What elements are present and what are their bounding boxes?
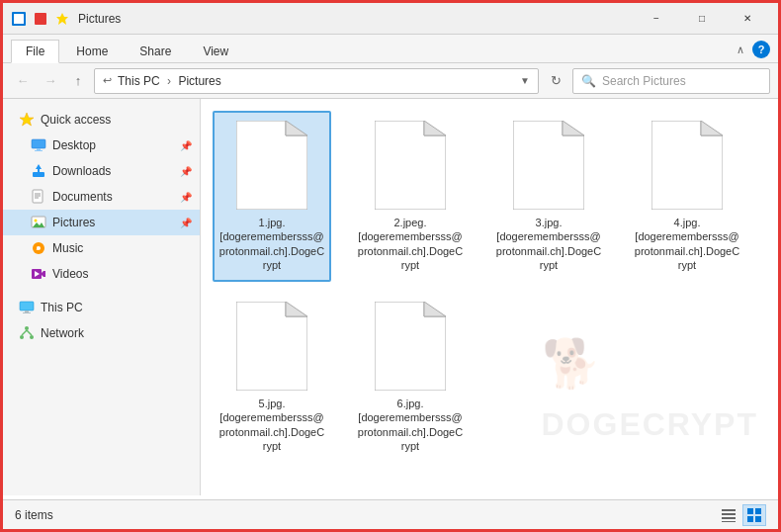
sidebar-item-pictures[interactable]: Pictures 📌 xyxy=(3,210,200,235)
breadcrumb-sep: › xyxy=(167,74,171,88)
sidebar-item-downloads[interactable]: Downloads 📌 xyxy=(3,158,200,184)
svg-rect-43 xyxy=(722,509,736,511)
breadcrumb-this-pc[interactable]: This PC xyxy=(118,74,160,88)
file-item[interactable]: 6.jpg.[dogeremembersss@protonmail.ch].Do… xyxy=(351,292,470,463)
file-item[interactable]: 1.jpg.[dogeremembersss@protonmail.ch].Do… xyxy=(213,111,331,282)
svg-line-29 xyxy=(22,330,27,335)
svg-point-28 xyxy=(30,335,34,339)
file-item[interactable]: 4.jpg.[dogeremembersss@protonmail.ch].Do… xyxy=(628,111,746,282)
svg-marker-4 xyxy=(20,113,34,126)
grid-view-button[interactable] xyxy=(742,504,766,526)
svg-rect-44 xyxy=(722,513,736,515)
file-item[interactable]: 5.jpg.[dogeremembersss@protonmail.ch].Do… xyxy=(213,292,331,463)
file-name: 3.jpg.[dogeremembersss@protonmail.ch].Do… xyxy=(495,216,602,272)
svg-marker-38 xyxy=(701,121,723,135)
close-button[interactable]: ✕ xyxy=(725,3,770,35)
file-item[interactable]: 2.jpeg.[dogeremembersss@protonmail.ch].D… xyxy=(351,111,470,282)
sidebar-item-videos[interactable]: Videos xyxy=(3,261,200,287)
sidebar-item-this-pc[interactable]: This PC xyxy=(3,295,200,320)
main-layout: Quick access Desktop 📌 Downloads xyxy=(3,99,778,495)
file-icon xyxy=(375,121,446,210)
window-controls: − □ ✕ xyxy=(634,3,770,35)
breadcrumb-text: This PC › Pictures xyxy=(118,74,221,88)
svg-rect-5 xyxy=(32,139,45,148)
file-area: 🐕DOGECRYPT 1.jpg.[dogeremembersss@proton… xyxy=(201,99,778,495)
sidebar-item-network[interactable]: Network xyxy=(3,320,200,346)
up-button[interactable]: ↑ xyxy=(66,69,90,93)
svg-rect-48 xyxy=(755,508,761,514)
downloads-icon xyxy=(31,163,46,179)
file-name: 6.jpg.[dogeremembersss@protonmail.ch].Do… xyxy=(357,397,464,453)
pictures-icon xyxy=(31,215,46,230)
breadcrumb-pictures[interactable]: Pictures xyxy=(178,74,220,88)
file-name: 4.jpg.[dogeremembersss@protonmail.ch].Do… xyxy=(634,216,740,272)
network-icon xyxy=(19,325,35,341)
file-icon xyxy=(375,302,446,391)
sidebar-item-label: Videos xyxy=(52,267,88,281)
refresh-button[interactable]: ↻ xyxy=(543,68,568,94)
tab-view[interactable]: View xyxy=(188,40,243,62)
address-dropdown-icon[interactable]: ▼ xyxy=(520,75,530,86)
svg-rect-50 xyxy=(755,516,761,522)
svg-rect-1 xyxy=(14,14,24,24)
file-icon xyxy=(236,121,307,210)
documents-icon xyxy=(31,189,46,205)
ribbon-collapse-icon[interactable]: ∧ xyxy=(737,44,744,56)
file-item[interactable]: 3.jpg.[dogeremembersss@protonmail.ch].Do… xyxy=(489,111,608,282)
sidebar-item-label: This PC xyxy=(41,301,83,314)
minimize-button[interactable]: − xyxy=(634,3,679,35)
pin-indicator: 📌 xyxy=(180,166,192,177)
sidebar-divider xyxy=(3,287,200,295)
file-icon xyxy=(236,302,307,391)
svg-marker-42 xyxy=(424,302,446,316)
status-bar: 6 items xyxy=(3,499,778,529)
svg-rect-7 xyxy=(35,150,43,151)
sidebar-item-label: Downloads xyxy=(52,164,111,178)
tab-file[interactable]: File xyxy=(11,40,59,63)
quick-access-icon xyxy=(33,11,48,27)
search-icon: 🔍 xyxy=(581,74,596,88)
pin-indicator: 📌 xyxy=(180,140,192,151)
forward-button[interactable]: → xyxy=(39,69,62,93)
sidebar-item-label: Documents xyxy=(52,190,113,204)
file-name: 2.jpeg.[dogeremembersss@protonmail.ch].D… xyxy=(357,216,464,272)
search-placeholder: Search Pictures xyxy=(602,74,686,88)
desktop-icon xyxy=(31,137,46,153)
ribbon-tabs: File Home Share View ∧ ? xyxy=(3,35,778,62)
svg-rect-49 xyxy=(747,516,753,522)
help-icon[interactable]: ? xyxy=(752,41,770,58)
file-icon xyxy=(513,121,584,210)
search-box[interactable]: 🔍 Search Pictures xyxy=(572,68,770,94)
address-bar[interactable]: ↩ This PC › Pictures ▼ xyxy=(94,68,539,94)
sidebar-item-quick-access[interactable]: Quick access xyxy=(3,107,200,133)
svg-marker-34 xyxy=(424,121,446,135)
sidebar-item-desktop[interactable]: Desktop 📌 xyxy=(3,133,200,158)
pin-icon xyxy=(54,11,70,27)
svg-point-26 xyxy=(25,326,29,330)
maximize-button[interactable]: □ xyxy=(679,3,725,35)
svg-line-30 xyxy=(27,330,32,335)
pin-indicator: 📌 xyxy=(180,218,192,228)
sidebar-item-music[interactable]: ♪ Music xyxy=(3,235,200,261)
star-icon xyxy=(19,112,35,128)
tab-home[interactable]: Home xyxy=(61,40,123,62)
tab-share[interactable]: Share xyxy=(125,40,186,62)
svg-marker-32 xyxy=(286,121,307,135)
file-grid: 1.jpg.[dogeremembersss@protonmail.ch].Do… xyxy=(213,111,766,463)
music-icon: ♪ xyxy=(31,240,46,256)
ribbon: File Home Share View ∧ ? xyxy=(3,35,778,63)
svg-rect-23 xyxy=(20,302,34,310)
sidebar-item-documents[interactable]: Documents 📌 xyxy=(3,184,200,210)
title-bar: Pictures − □ ✕ xyxy=(3,3,778,35)
view-buttons xyxy=(717,504,766,526)
svg-rect-8 xyxy=(33,172,44,177)
svg-marker-21 xyxy=(42,271,45,277)
svg-rect-47 xyxy=(747,508,753,514)
file-icon xyxy=(651,121,723,210)
window-title: Pictures xyxy=(78,12,634,26)
nav-bar: ← → ↑ ↩ This PC › Pictures ▼ ↻ 🔍 Search … xyxy=(3,63,778,99)
list-view-button[interactable] xyxy=(717,504,740,526)
back-button[interactable]: ← xyxy=(11,69,35,93)
svg-rect-46 xyxy=(722,521,736,522)
svg-rect-2 xyxy=(35,13,46,25)
